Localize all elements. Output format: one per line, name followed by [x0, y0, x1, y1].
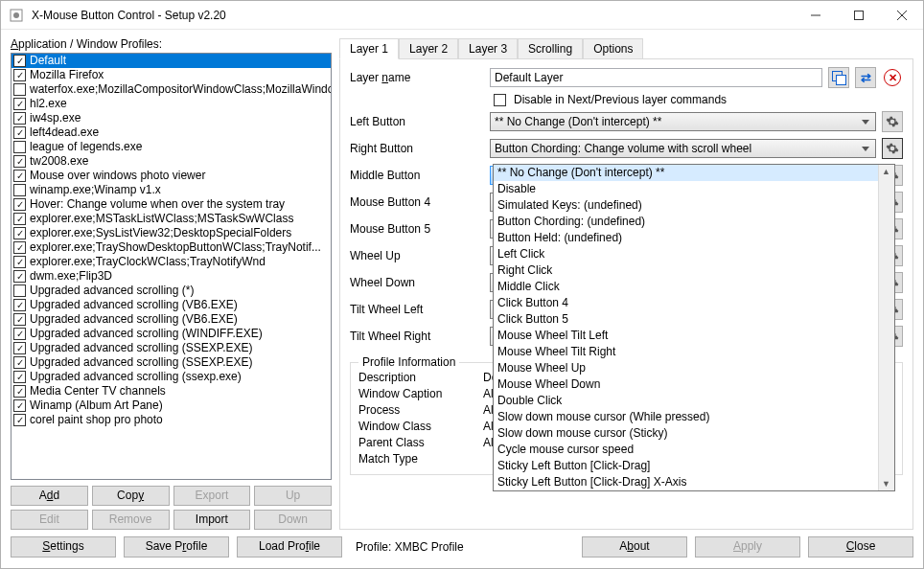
- profile-checkbox[interactable]: [13, 69, 26, 81]
- list-item[interactable]: hl2.exe: [12, 97, 331, 111]
- copy-layer-button[interactable]: [828, 67, 849, 88]
- profile-checkbox[interactable]: [13, 371, 26, 383]
- list-item[interactable]: explorer.exe;TrayShowDesktopButtonWClass…: [12, 240, 331, 255]
- remove-button[interactable]: Remove: [92, 510, 170, 530]
- dropdown-item[interactable]: Mouse Wheel Down: [494, 376, 878, 393]
- copy-button[interactable]: Copy: [92, 486, 170, 506]
- profile-checkbox[interactable]: [13, 399, 26, 412]
- profile-checkbox[interactable]: [13, 98, 26, 110]
- up-button[interactable]: Up: [254, 486, 332, 506]
- list-item[interactable]: Mouse over windows photo viewer: [12, 169, 331, 183]
- profile-checkbox[interactable]: [13, 126, 26, 139]
- maximize-button[interactable]: [837, 1, 880, 29]
- list-item[interactable]: iw4sp.exe: [12, 111, 331, 125]
- list-item[interactable]: Winamp (Album Art Pane): [12, 398, 331, 413]
- dropdown-item[interactable]: Mouse Wheel Up: [494, 360, 878, 376]
- minimize-button[interactable]: [794, 1, 837, 29]
- list-item[interactable]: explorer.exe;TrayClockWClass;TrayNotifyW…: [12, 255, 331, 269]
- profile-checkbox[interactable]: [13, 299, 26, 311]
- profile-checkbox[interactable]: [13, 328, 26, 340]
- about-button[interactable]: About: [582, 536, 687, 558]
- profile-checkbox[interactable]: [13, 112, 26, 125]
- button-combo[interactable]: Button Chording: Change volume with scro…: [490, 139, 876, 158]
- dropdown-item[interactable]: Left Click: [494, 246, 878, 262]
- dropdown-item[interactable]: Slow down mouse cursor (Sticky): [494, 425, 878, 442]
- profile-checkbox[interactable]: [13, 284, 26, 297]
- list-item[interactable]: explorer.exe;MSTaskListWClass;MSTaskSwWC…: [12, 212, 331, 226]
- save-profile-button[interactable]: Save Profile: [124, 536, 229, 558]
- profile-checkbox[interactable]: [13, 342, 26, 354]
- profile-checkbox[interactable]: [13, 313, 26, 326]
- revert-layer-button[interactable]: ✕: [882, 67, 903, 88]
- tab-layer-3[interactable]: Layer 3: [458, 38, 518, 59]
- middle-button-dropdown[interactable]: ** No Change (Don't intercept) **Disable…: [493, 164, 895, 491]
- import-button[interactable]: Import: [173, 510, 251, 530]
- layer-name-input[interactable]: [490, 68, 822, 87]
- down-button[interactable]: Down: [254, 510, 332, 530]
- profile-checkbox[interactable]: [13, 184, 26, 196]
- profile-checkbox[interactable]: [13, 256, 26, 268]
- list-item[interactable]: left4dead.exe: [12, 125, 331, 140]
- list-item[interactable]: Mozilla Firefox: [12, 68, 331, 82]
- profile-checkbox[interactable]: [13, 155, 26, 168]
- list-item[interactable]: explorer.exe;SysListView32;DesktopSpecia…: [12, 226, 331, 240]
- list-item[interactable]: Media Center TV channels: [12, 384, 331, 398]
- edit-button[interactable]: Edit: [11, 510, 88, 530]
- list-item[interactable]: dwm.exe;Flip3D: [12, 269, 331, 284]
- dropdown-item[interactable]: ** No Change (Don't intercept) **: [494, 165, 878, 181]
- gear-icon[interactable]: [882, 138, 903, 159]
- dropdown-item[interactable]: Sticky Left Button [Click-Drag]: [494, 458, 878, 474]
- dropdown-item[interactable]: Click Button 5: [494, 311, 878, 328]
- profile-checkbox[interactable]: [13, 141, 26, 153]
- profile-checkbox[interactable]: [13, 227, 26, 239]
- list-item[interactable]: waterfox.exe;MozillaCompositorWindowClas…: [12, 82, 331, 97]
- dropdown-item[interactable]: Slow down mouse cursor (While pressed): [494, 409, 878, 425]
- swap-layer-button[interactable]: ⇄: [855, 67, 876, 88]
- profile-checkbox[interactable]: [13, 241, 26, 254]
- dropdown-item[interactable]: Simulated Keys: (undefined): [494, 197, 878, 214]
- dropdown-item[interactable]: Click Button 4: [494, 295, 878, 311]
- apply-button[interactable]: Apply: [695, 536, 800, 558]
- profile-checkbox[interactable]: [13, 414, 26, 426]
- dropdown-item[interactable]: Right Click: [494, 262, 878, 279]
- dropdown-item[interactable]: Mouse Wheel Tilt Right: [494, 344, 878, 360]
- dropdown-item[interactable]: Cycle mouse cursor speed: [494, 442, 878, 458]
- list-item[interactable]: winamp.exe;Winamp v1.x: [12, 183, 331, 197]
- list-item[interactable]: Hover: Change volume when over the syste…: [12, 197, 331, 212]
- tab-layer-1[interactable]: Layer 1: [339, 38, 399, 59]
- profile-checkbox[interactable]: [13, 356, 26, 369]
- dropdown-item[interactable]: Button Chording: (undefined): [494, 214, 878, 230]
- list-item[interactable]: Upgraded advanced scrolling (VB6.EXE): [12, 312, 331, 327]
- load-profile-button[interactable]: Load Profile: [237, 536, 342, 558]
- button-combo[interactable]: ** No Change (Don't intercept) **: [490, 112, 876, 131]
- tab-scrolling[interactable]: Scrolling: [518, 38, 583, 59]
- dropdown-item[interactable]: Double Click: [494, 393, 878, 409]
- dropdown-item[interactable]: Mouse Wheel Tilt Left: [494, 328, 878, 344]
- list-item[interactable]: Upgraded advanced scrolling (*): [12, 284, 331, 298]
- disable-checkbox[interactable]: [494, 94, 506, 106]
- close-button-bottom[interactable]: Close: [808, 536, 913, 558]
- dropdown-item[interactable]: Middle Click: [494, 279, 878, 295]
- dropdown-item[interactable]: Disable: [494, 181, 878, 197]
- gear-icon[interactable]: [882, 111, 903, 132]
- profile-checkbox[interactable]: [13, 83, 26, 96]
- close-button[interactable]: [880, 1, 923, 29]
- list-item[interactable]: Upgraded advanced scrolling (SSEXP.EXE): [12, 355, 331, 370]
- dropdown-item[interactable]: Button Held: (undefined): [494, 230, 878, 246]
- list-item[interactable]: Default: [12, 54, 331, 68]
- list-item[interactable]: corel paint shop pro photo: [12, 413, 331, 427]
- add-button[interactable]: Add: [11, 486, 88, 506]
- export-button[interactable]: Export: [173, 486, 251, 506]
- dropdown-item[interactable]: Sticky Left Button [Click-Drag] X-Axis: [494, 474, 878, 490]
- profile-checkbox[interactable]: [13, 270, 26, 283]
- settings-button[interactable]: Settings: [11, 536, 116, 558]
- profile-checkbox[interactable]: [13, 385, 26, 398]
- profile-checkbox[interactable]: [13, 55, 26, 67]
- profile-checkbox[interactable]: [13, 213, 26, 225]
- list-item[interactable]: league of legends.exe: [12, 140, 331, 154]
- list-item[interactable]: Upgraded advanced scrolling (WINDIFF.EXE…: [12, 327, 331, 341]
- list-item[interactable]: Upgraded advanced scrolling (SSEXP.EXE): [12, 341, 331, 355]
- list-item[interactable]: tw2008.exe: [12, 154, 331, 169]
- profile-checkbox[interactable]: [13, 170, 26, 182]
- tab-options[interactable]: Options: [583, 38, 643, 59]
